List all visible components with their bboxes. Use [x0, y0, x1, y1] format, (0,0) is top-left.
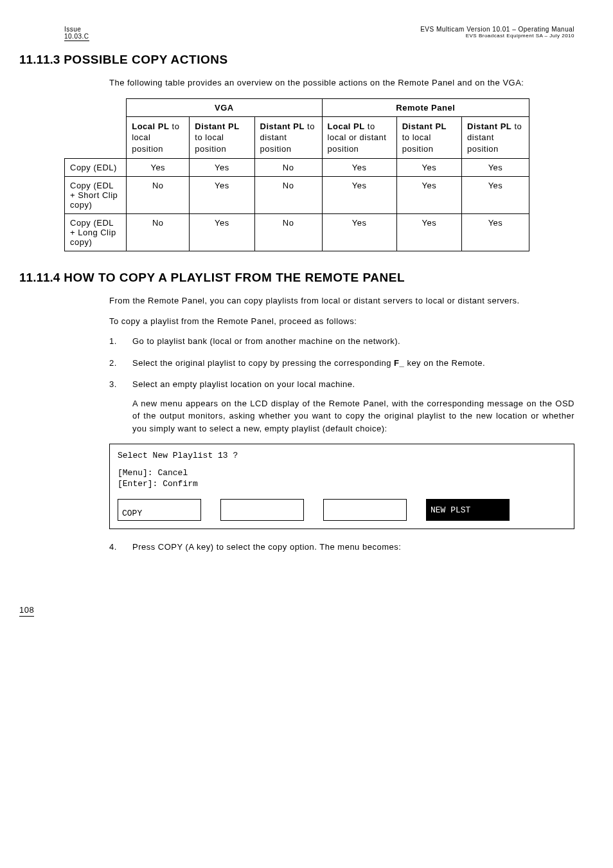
steps-list: 1. Go to playlist bank (local or from an…	[109, 335, 574, 435]
step-number: 3.	[109, 378, 132, 435]
cell: Yes	[190, 177, 254, 214]
steps-list-cont: 4. Press COPY (A key) to select the copy…	[109, 541, 574, 554]
header-manual-sub: EVS Broadcast Equipment SA – July 2010	[420, 33, 574, 39]
page-header: Issue 10.03.C EVS Multicam Version 10.01…	[64, 26, 574, 41]
cell: Yes	[396, 159, 461, 177]
cell: Yes	[190, 214, 254, 251]
lcd-btn-blank	[220, 499, 304, 521]
header-manual-title: EVS Multicam Version 10.01 – Operating M…	[420, 26, 574, 33]
lcd-display: Select New Playlist 13 ? [Menu]: Cancel …	[109, 444, 574, 529]
lcd-confirm: [Enter]: Confirm	[118, 479, 566, 489]
table-stub	[65, 98, 127, 116]
lcd-cancel: [Menu]: Cancel	[118, 468, 566, 478]
col-header: Local PL to local position	[127, 116, 190, 159]
cell: Yes	[462, 177, 529, 214]
lcd-btn-new-plst: NEW PLST	[426, 499, 510, 521]
cell: Yes	[127, 159, 190, 177]
cell: Yes	[396, 177, 461, 214]
step-1: 1. Go to playlist bank (local or from an…	[109, 335, 574, 348]
cell: No	[254, 177, 322, 214]
section-number: 11.11.4	[19, 271, 60, 284]
step-4: 4. Press COPY (A key) to select the copy…	[109, 541, 574, 554]
header-issue-label: Issue	[64, 26, 89, 33]
table-row: Copy (EDL + Long Clip copy) No Yes No Ye…	[65, 214, 529, 251]
cell: No	[254, 214, 322, 251]
cell: No	[254, 159, 322, 177]
step-3-subtext: A new menu appears on the LCD display of…	[132, 397, 574, 435]
step-number: 4.	[109, 541, 132, 554]
header-manual: EVS Multicam Version 10.01 – Operating M…	[420, 26, 574, 41]
cell: Yes	[462, 214, 529, 251]
section-number: 11.11.3	[19, 53, 60, 66]
cell: Yes	[396, 214, 461, 251]
cell: Yes	[462, 159, 529, 177]
cell: No	[127, 214, 190, 251]
header-issue-version: 10.03.C	[64, 33, 89, 40]
step-2: 2. Select the original playlist to copy …	[109, 357, 574, 370]
cell: Yes	[190, 159, 254, 177]
cell: Yes	[322, 177, 396, 214]
step-text: Select an empty playlist location on you…	[132, 378, 574, 435]
step-text: Select the original playlist to copy by …	[132, 357, 574, 370]
step-number: 2.	[109, 357, 132, 370]
section-title: HOW TO COPY A PLAYLIST FROM THE REMOTE P…	[64, 271, 405, 284]
step-text: Go to playlist bank (local or from anoth…	[132, 335, 574, 348]
step-3: 3. Select an empty playlist location on …	[109, 378, 574, 435]
table-group-vga: VGA	[127, 98, 322, 116]
step-number: 1.	[109, 335, 132, 348]
lcd-button-row: COPY NEW PLST	[118, 499, 566, 521]
col-header: Distant PL to local position	[190, 116, 254, 159]
step-text: Press COPY (A key) to select the copy op…	[132, 541, 574, 554]
copy-actions-table: VGA Remote Panel Local PL to local posit…	[64, 98, 529, 252]
col-header: Distant PL to local position	[396, 116, 461, 159]
header-issue: Issue 10.03.C	[64, 26, 89, 41]
section1-intro: The following table provides an overview…	[109, 77, 574, 89]
table-row: Copy (EDL) Yes Yes No Yes Yes Yes	[65, 159, 529, 177]
section-heading-11-11-3: 11.11.3 POSSIBLE COPY ACTIONS	[19, 53, 574, 67]
cell: Yes	[322, 159, 396, 177]
lcd-btn-copy: COPY	[118, 499, 201, 521]
col-header: Distant PL to distant position	[462, 116, 529, 159]
page-footer: 108	[19, 605, 574, 617]
table-stub	[65, 116, 127, 159]
lcd-btn-blank	[323, 499, 407, 521]
section2-p2: To copy a playlist from the Remote Panel…	[109, 315, 574, 328]
section-title: POSSIBLE COPY ACTIONS	[64, 53, 227, 66]
cell: Yes	[322, 214, 396, 251]
table-row: Copy (EDL + Short Clip copy) No Yes No Y…	[65, 177, 529, 214]
section2-p1: From the Remote Panel, you can copy play…	[109, 294, 574, 307]
row-label: Copy (EDL)	[65, 159, 127, 177]
row-label: Copy (EDL + Short Clip copy)	[65, 177, 127, 214]
table-group-remote: Remote Panel	[322, 98, 529, 116]
section-heading-11-11-4: 11.11.4 HOW TO COPY A PLAYLIST FROM THE …	[19, 271, 574, 285]
lcd-prompt: Select New Playlist 13 ?	[118, 451, 566, 460]
page-number: 108	[19, 605, 34, 617]
col-header: Local PL to local or distant position	[322, 116, 396, 159]
cell: No	[127, 177, 190, 214]
row-label: Copy (EDL + Long Clip copy)	[65, 214, 127, 251]
col-header: Distant PL to distant position	[254, 116, 322, 159]
